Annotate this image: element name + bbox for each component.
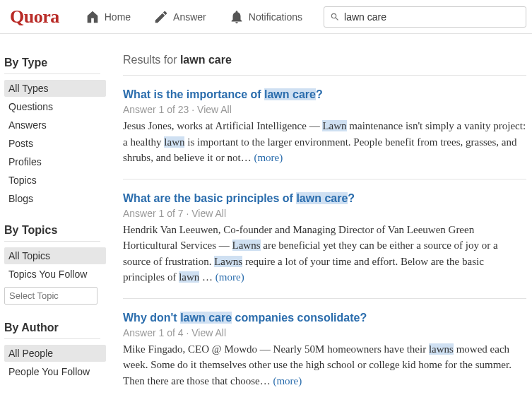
highlight: lawn care (180, 312, 232, 324)
content: Results for lawn care What is the import… (106, 34, 532, 407)
pencil-icon (153, 9, 169, 25)
result-item: What is the importance of lawn care? Ans… (123, 88, 526, 179)
answer-count: Answer 1 of 7 (123, 208, 184, 219)
filter-answers[interactable]: Answers (4, 117, 106, 134)
bell-icon (229, 9, 244, 25)
filter-posts[interactable]: Posts (4, 135, 106, 152)
highlight: Lawn (322, 120, 346, 131)
filter-title-topics: By Topics (4, 224, 100, 242)
more-link[interactable]: (more) (215, 271, 244, 283)
filter-all-topics[interactable]: All Topics (4, 247, 106, 264)
result-title[interactable]: What are the basic principles of lawn ca… (123, 192, 526, 205)
answer-meta: Answer 1 of 23 · View All (123, 104, 526, 115)
nav-home-label: Home (105, 11, 131, 23)
filter-profiles[interactable]: Profiles (4, 153, 106, 170)
search-box[interactable] (324, 6, 526, 28)
topic-select-input[interactable] (4, 287, 97, 305)
nav-notifications-label: Notifications (249, 11, 302, 23)
results-query: lawn care (180, 54, 232, 66)
more-link[interactable]: (more) (254, 152, 283, 163)
result-title[interactable]: What is the importance of lawn care? (123, 88, 526, 101)
filter-people-follow[interactable]: People You Follow (4, 363, 106, 380)
logo[interactable]: Quora (10, 6, 59, 28)
filter-title-type: By Type (4, 57, 100, 74)
answer-body: Jesus Jones, works at Artificial Intelli… (123, 118, 526, 166)
more-link[interactable]: (more) (273, 375, 302, 387)
highlight: Lawns (214, 256, 242, 267)
filter-title-author: By Author (4, 322, 100, 339)
results-header: Results for lawn care (123, 54, 526, 76)
view-all-link[interactable]: View All (197, 104, 232, 115)
highlight: lawn care (264, 88, 316, 100)
filter-by-type: By Type All Types Questions Answers Post… (4, 57, 106, 207)
result-item: What are the basic principles of lawn ca… (123, 192, 526, 299)
answer-meta: Answer 1 of 7 · View All (123, 208, 526, 219)
filter-by-author: By Author All People People You Follow (4, 322, 106, 380)
highlight: lawn (164, 136, 184, 148)
highlight: lawn care (296, 192, 348, 204)
highlight: lawns (429, 343, 454, 355)
sidebar: By Type All Types Questions Answers Post… (0, 34, 106, 407)
nav-answer[interactable]: Answer (143, 0, 216, 34)
highlight: Lawns (232, 240, 261, 251)
filter-all-people[interactable]: All People (4, 345, 106, 362)
main-layout: By Type All Types Questions Answers Post… (0, 34, 532, 407)
search-icon (330, 12, 340, 22)
answer-count: Answer 1 of 4 (123, 327, 184, 338)
answer-body: Hendrik Van Leeuwen, Co-founder and Mana… (123, 222, 526, 285)
home-icon (85, 9, 100, 25)
view-all-link[interactable]: View All (191, 327, 226, 338)
filter-questions[interactable]: Questions (4, 98, 106, 115)
search-input[interactable] (344, 11, 520, 23)
result-item: Why don't lawn care companies consolidat… (123, 312, 526, 402)
answer-count: Answer 1 of 23 (123, 104, 189, 115)
answer-body: Mike Fingado, CEO @ Mowdo — Nearly 50M h… (123, 341, 526, 389)
answer-meta: Answer 1 of 4 · View All (123, 327, 526, 338)
nav-home[interactable]: Home (75, 0, 141, 34)
nav-answer-label: Answer (173, 11, 206, 23)
topbar: Quora Home Answer Notifications (0, 0, 532, 34)
filter-topics[interactable]: Topics (4, 172, 106, 189)
results-prefix: Results for (123, 54, 180, 66)
result-title[interactable]: Why don't lawn care companies consolidat… (123, 312, 526, 324)
nav-notifications[interactable]: Notifications (219, 0, 312, 34)
highlight: lawn (179, 271, 199, 283)
filter-blogs[interactable]: Blogs (4, 190, 106, 207)
filter-all-types[interactable]: All Types (4, 80, 106, 97)
filter-by-topics: By Topics All Topics Topics You Follow (4, 224, 106, 305)
filter-topics-follow[interactable]: Topics You Follow (4, 266, 106, 283)
view-all-link[interactable]: View All (191, 208, 226, 219)
